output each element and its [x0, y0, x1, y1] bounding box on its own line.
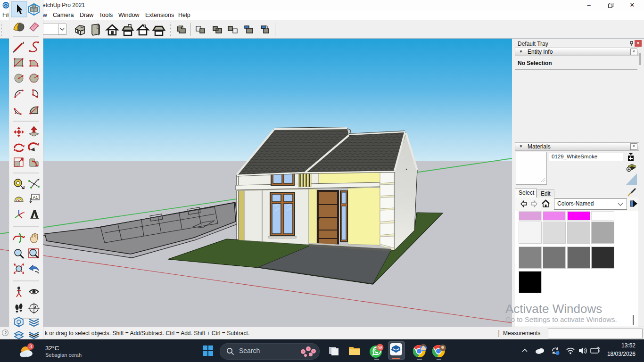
svg-text:98: 98 — [378, 345, 383, 350]
svg-text:A1: A1 — [33, 195, 38, 200]
svg-text:3: 3 — [29, 344, 32, 349]
